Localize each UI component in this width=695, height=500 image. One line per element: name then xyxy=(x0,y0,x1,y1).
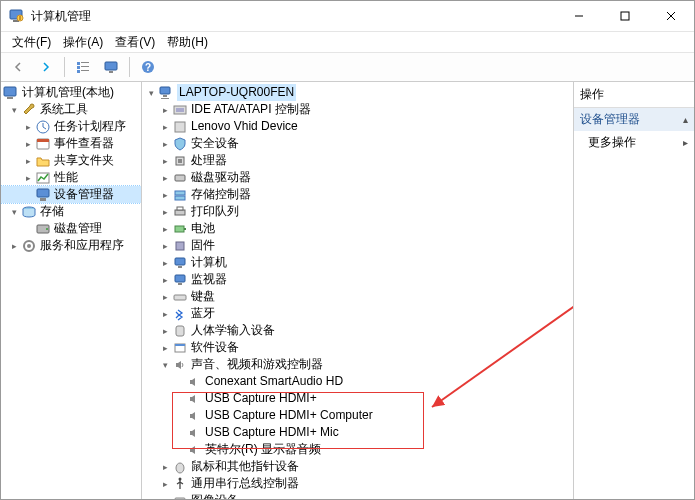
actions-pane: 操作 设备管理器 ▴ 更多操作 ▸ xyxy=(574,82,694,499)
expand-icon[interactable]: ▸ xyxy=(158,222,172,236)
svg-rect-52 xyxy=(176,326,184,336)
cat-firmware[interactable]: ▸固件 xyxy=(142,237,573,254)
expand-icon[interactable]: ▸ xyxy=(158,103,172,117)
device-conexant[interactable]: Conexant SmartAudio HD xyxy=(142,373,573,390)
svg-rect-57 xyxy=(175,498,185,500)
device-usb-hdmi-mic[interactable]: USB Capture HDMI+ Mic xyxy=(142,424,573,441)
cat-keyboards[interactable]: ▸键盘 xyxy=(142,288,573,305)
menu-help[interactable]: 帮助(H) xyxy=(162,33,213,52)
wrench-icon xyxy=(21,102,37,118)
cat-ide-ata[interactable]: ▸IDE ATA/ATAPI 控制器 xyxy=(142,101,573,118)
expand-icon[interactable]: ▸ xyxy=(158,273,172,287)
menu-file[interactable]: 文件(F) xyxy=(7,33,56,52)
expand-icon[interactable]: ▸ xyxy=(158,324,172,338)
actions-section[interactable]: 设备管理器 ▴ xyxy=(574,108,694,131)
battery-icon xyxy=(172,221,188,237)
cat-storage-ctrl[interactable]: ▸存储控制器 xyxy=(142,186,573,203)
cat-print[interactable]: ▸打印队列 xyxy=(142,203,573,220)
collapse-icon[interactable]: ▾ xyxy=(7,103,21,117)
hid-icon xyxy=(172,323,188,339)
forward-button[interactable] xyxy=(33,55,59,79)
expand-icon[interactable]: ▸ xyxy=(158,477,172,491)
expand-icon[interactable]: ▸ xyxy=(158,290,172,304)
cat-usb[interactable]: ▸通用串行总线控制器 xyxy=(142,475,573,492)
cat-computer[interactable]: ▸计算机 xyxy=(142,254,573,271)
cat-imaging[interactable]: ▸图像设备 xyxy=(142,492,573,499)
app-icon xyxy=(9,8,25,24)
collapse-icon[interactable]: ▴ xyxy=(683,114,688,125)
more-actions[interactable]: 更多操作 ▸ xyxy=(574,131,694,154)
cat-hid[interactable]: ▸人体学输入设备 xyxy=(142,322,573,339)
nav-shared-folders[interactable]: ▸共享文件夹 xyxy=(1,152,141,169)
expand-icon[interactable]: ▸ xyxy=(158,120,172,134)
collapse-icon[interactable]: ▾ xyxy=(144,86,158,100)
expand-icon[interactable]: ▸ xyxy=(7,239,21,253)
cat-batteries[interactable]: ▸电池 xyxy=(142,220,573,237)
expand-icon[interactable]: ▸ xyxy=(158,256,172,270)
content-area: 计算机管理(本地) ▾系统工具 ▸任务计划程序 ▸事件查看器 ▸共享文件夹 ▸性… xyxy=(1,82,694,499)
nav-task-scheduler[interactable]: ▸任务计划程序 xyxy=(1,118,141,135)
cat-processors[interactable]: ▸处理器 xyxy=(142,152,573,169)
cat-disk-drives[interactable]: ▸磁盘驱动器 xyxy=(142,169,573,186)
expand-icon[interactable]: ▸ xyxy=(21,154,35,168)
usb-icon xyxy=(172,476,188,492)
collapse-icon[interactable]: ▾ xyxy=(158,358,172,372)
cat-lenovo-vhid[interactable]: ▸Lenovo Vhid Device xyxy=(142,118,573,135)
cat-sound[interactable]: ▾声音、视频和游戏控制器 xyxy=(142,356,573,373)
svg-rect-11 xyxy=(81,66,89,67)
expand-icon[interactable]: ▸ xyxy=(158,154,172,168)
sound-icon xyxy=(172,357,188,373)
disk-icon xyxy=(35,221,51,237)
device-tree[interactable]: ▾LAPTOP-UQR00FEN ▸IDE ATA/ATAPI 控制器 ▸Len… xyxy=(142,82,574,499)
expand-icon[interactable]: ▸ xyxy=(21,137,35,151)
device-usb-hdmi[interactable]: USB Capture HDMI+ xyxy=(142,390,573,407)
expand-icon[interactable]: ▸ xyxy=(158,239,172,253)
expand-icon[interactable]: ▸ xyxy=(158,460,172,474)
minimize-button[interactable] xyxy=(556,1,602,31)
ide-icon xyxy=(172,102,188,118)
window-title: 计算机管理 xyxy=(31,8,556,25)
menu-action[interactable]: 操作(A) xyxy=(58,33,108,52)
toolbar-help-icon[interactable]: ? xyxy=(135,55,161,79)
toolbar-detail-icon[interactable] xyxy=(70,55,96,79)
toolbar-monitor-icon[interactable] xyxy=(98,55,124,79)
maximize-button[interactable] xyxy=(602,1,648,31)
nav-tree[interactable]: 计算机管理(本地) ▾系统工具 ▸任务计划程序 ▸事件查看器 ▸共享文件夹 ▸性… xyxy=(1,82,142,499)
nav-disk-management[interactable]: 磁盘管理 xyxy=(1,220,141,237)
svg-rect-50 xyxy=(178,283,182,285)
svg-rect-32 xyxy=(163,95,167,97)
cat-mice[interactable]: ▸鼠标和其他指针设备 xyxy=(142,458,573,475)
nav-storage[interactable]: ▾存储 xyxy=(1,203,141,220)
nav-system-tools[interactable]: ▾系统工具 xyxy=(1,101,141,118)
expand-icon[interactable]: ▸ xyxy=(21,171,35,185)
expand-icon[interactable]: ▸ xyxy=(158,341,172,355)
cat-bluetooth[interactable]: ▸蓝牙 xyxy=(142,305,573,322)
menu-view[interactable]: 查看(V) xyxy=(110,33,160,52)
svg-rect-3 xyxy=(19,16,21,20)
cat-monitors[interactable]: ▸监视器 xyxy=(142,271,573,288)
cat-security[interactable]: ▸安全设备 xyxy=(142,135,573,152)
expand-icon[interactable]: ▸ xyxy=(158,137,172,151)
expand-icon[interactable]: ▸ xyxy=(158,188,172,202)
cat-software-devices[interactable]: ▸软件设备 xyxy=(142,339,573,356)
device-root[interactable]: ▾LAPTOP-UQR00FEN xyxy=(142,84,573,101)
storage-ctrl-icon xyxy=(172,187,188,203)
close-button[interactable] xyxy=(648,1,694,31)
expand-icon[interactable]: ▸ xyxy=(158,494,172,500)
expand-icon[interactable]: ▸ xyxy=(158,171,172,185)
expand-icon[interactable]: ▸ xyxy=(158,205,172,219)
nav-performance[interactable]: ▸性能 xyxy=(1,169,141,186)
nav-root[interactable]: 计算机管理(本地) xyxy=(1,84,141,101)
expand-icon[interactable]: ▸ xyxy=(158,307,172,321)
back-button[interactable] xyxy=(5,55,31,79)
svg-point-55 xyxy=(176,463,184,473)
device-usb-hdmi-computer[interactable]: USB Capture HDMI+ Computer xyxy=(142,407,573,424)
collapse-icon[interactable]: ▾ xyxy=(7,205,21,219)
nav-services-apps[interactable]: ▸服务和应用程序 xyxy=(1,237,141,254)
nav-event-viewer[interactable]: ▸事件查看器 xyxy=(1,135,141,152)
software-icon xyxy=(172,340,188,356)
titlebar: 计算机管理 xyxy=(1,1,694,32)
device-intel-audio[interactable]: 英特尔(R) 显示器音频 xyxy=(142,441,573,458)
expand-icon[interactable]: ▸ xyxy=(21,120,35,134)
nav-device-manager[interactable]: 设备管理器 xyxy=(1,186,141,203)
